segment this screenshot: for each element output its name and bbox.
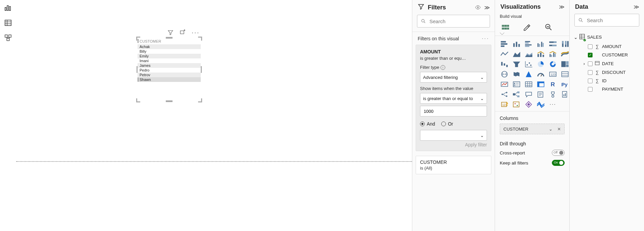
viz-more-icon[interactable]: ···: [548, 100, 558, 108]
viz-line-column-icon[interactable]: [536, 50, 545, 58]
field-checkbox[interactable]: [588, 61, 593, 66]
viz-100stacked-column-icon[interactable]: [560, 40, 570, 48]
viz-card-icon[interactable]: 123: [548, 70, 558, 78]
table-row[interactable]: Pedro: [138, 68, 201, 73]
viz-qna-icon[interactable]: [524, 90, 533, 98]
table-node-sales[interactable]: ⌄ ✓ SALES: [572, 32, 641, 42]
viz-stacked-bar-icon[interactable]: [500, 40, 509, 48]
table-row[interactable]: Imani: [138, 58, 201, 63]
keep-filters-toggle[interactable]: On: [552, 160, 565, 166]
field-node[interactable]: ›DATE: [572, 59, 641, 68]
remove-field-icon[interactable]: ✕: [557, 127, 561, 132]
resize-handle[interactable]: [198, 98, 202, 102]
resize-handle[interactable]: [166, 100, 173, 102]
collapse-pane-icon[interactable]: ≫: [484, 4, 490, 11]
viz-sparkline-icon[interactable]: [536, 100, 545, 108]
field-node[interactable]: ✓CUSTOMER: [572, 51, 641, 59]
viz-clustered-column-icon[interactable]: [536, 40, 545, 48]
field-node[interactable]: ∑DISCOUNT: [572, 68, 641, 77]
eye-icon[interactable]: [475, 4, 481, 10]
info-icon[interactable]: i: [441, 65, 445, 70]
filter-operator2-select[interactable]: ⌄: [420, 130, 487, 141]
radio-and[interactable]: And: [420, 121, 435, 127]
cross-report-toggle[interactable]: Off: [552, 150, 565, 156]
viz-kpi-icon[interactable]: [500, 80, 509, 88]
viz-paginated-icon[interactable]: [560, 90, 570, 98]
field-node[interactable]: PAYMENT: [572, 85, 641, 93]
viz-py-icon[interactable]: Py: [560, 80, 570, 88]
filter-card-amount[interactable]: AMOUNT is greater than or equ… Filter ty…: [416, 45, 491, 151]
viz-multirow-card-icon[interactable]: [560, 70, 570, 78]
viz-powerautomate-icon[interactable]: [512, 100, 521, 108]
more-options-icon[interactable]: ···: [192, 31, 200, 34]
analytics-tab[interactable]: [543, 21, 554, 33]
expand-caret-icon[interactable]: ⌄: [574, 35, 577, 40]
viz-scatter-icon[interactable]: [524, 60, 533, 68]
table-row[interactable]: Emily: [138, 54, 201, 58]
filter-icon[interactable]: [167, 30, 174, 36]
viz-line-icon[interactable]: [500, 50, 509, 58]
format-visual-tab[interactable]: [521, 21, 533, 33]
field-checkbox[interactable]: [588, 79, 593, 83]
viz-100stacked-bar-icon[interactable]: [548, 40, 558, 48]
filters-search-input[interactable]: [429, 18, 494, 25]
viz-filled-map-icon[interactable]: [512, 70, 521, 78]
viz-line-clustered-icon[interactable]: [548, 50, 558, 58]
build-visual-tab[interactable]: [500, 21, 511, 33]
apply-filter-button[interactable]: Apply filter: [420, 142, 487, 147]
field-node[interactable]: ∑AMOUNT: [572, 42, 641, 51]
table-column-header[interactable]: CUSTOMER: [140, 39, 161, 43]
filter-card-customer[interactable]: CUSTOMER is (All): [416, 156, 491, 174]
focus-mode-icon[interactable]: [180, 30, 186, 36]
viz-funnel-icon[interactable]: [512, 60, 521, 68]
viz-pie-icon[interactable]: [536, 60, 545, 68]
field-checkbox[interactable]: [588, 87, 593, 92]
viz-map-icon[interactable]: [500, 70, 509, 78]
filter-operator-select[interactable]: is greater than or equal to ⌄: [420, 93, 487, 104]
viz-decomposition-icon[interactable]: [512, 90, 521, 98]
chevron-down-icon[interactable]: ⌄: [549, 127, 553, 132]
field-well-columns-slot[interactable]: CUSTOMER ⌄ ✕: [500, 124, 565, 134]
table-row[interactable]: Shawn: [138, 77, 201, 82]
table-row[interactable]: James: [138, 63, 201, 68]
report-canvas[interactable]: ··· CUSTOMER AchakBillyEmilyImaniJamesPe…: [16, 0, 412, 231]
viz-ribbon-icon[interactable]: [560, 50, 570, 58]
viz-donut-icon[interactable]: [548, 60, 558, 68]
filter-value-input[interactable]: [423, 108, 484, 114]
viz-matrix-icon[interactable]: [536, 80, 545, 88]
table-visual[interactable]: CUSTOMER AchakBillyEmilyImaniJamesPedroP…: [137, 38, 201, 101]
table-row[interactable]: Achak: [138, 44, 201, 49]
section-more-icon[interactable]: ···: [482, 37, 489, 40]
viz-narrative-icon[interactable]: [536, 90, 545, 98]
field-checkbox[interactable]: ✓: [588, 53, 593, 57]
report-view-icon[interactable]: [4, 4, 12, 12]
viz-area-icon[interactable]: [512, 50, 521, 58]
table-view-icon[interactable]: [4, 19, 12, 27]
field-checkbox[interactable]: [588, 70, 593, 75]
viz-azure-map-icon[interactable]: [524, 70, 533, 78]
resize-handle[interactable]: [136, 98, 140, 102]
viz-clustered-bar-icon[interactable]: [524, 40, 533, 48]
radio-or[interactable]: Or: [441, 121, 453, 127]
viz-r-icon[interactable]: R: [548, 80, 558, 88]
viz-table-icon[interactable]: [524, 80, 533, 88]
viz-gauge-icon[interactable]: [536, 70, 545, 78]
field-node[interactable]: ∑ID: [572, 77, 641, 85]
viz-slicer-icon[interactable]: [512, 80, 521, 88]
collapse-pane-icon[interactable]: ≫: [634, 4, 639, 10]
viz-powerapps-icon[interactable]: 123: [500, 100, 509, 108]
viz-arcgis-icon[interactable]: [524, 100, 533, 108]
field-checkbox[interactable]: [588, 44, 593, 49]
data-search-input[interactable]: [586, 17, 644, 24]
viz-treemap-icon[interactable]: [560, 60, 570, 68]
viz-waterfall-icon[interactable]: [500, 60, 509, 68]
viz-stacked-area-icon[interactable]: [524, 50, 533, 58]
viz-goals-icon[interactable]: [548, 90, 558, 98]
table-row[interactable]: Petrov: [138, 73, 201, 77]
expand-caret-icon[interactable]: ›: [582, 61, 586, 66]
filters-search[interactable]: [417, 15, 490, 28]
filter-type-select[interactable]: Advanced filtering ⌄: [420, 72, 487, 83]
viz-key-influencers-icon[interactable]: [500, 90, 509, 98]
table-row[interactable]: Billy: [138, 49, 201, 54]
collapse-pane-icon[interactable]: ≫: [559, 4, 565, 10]
